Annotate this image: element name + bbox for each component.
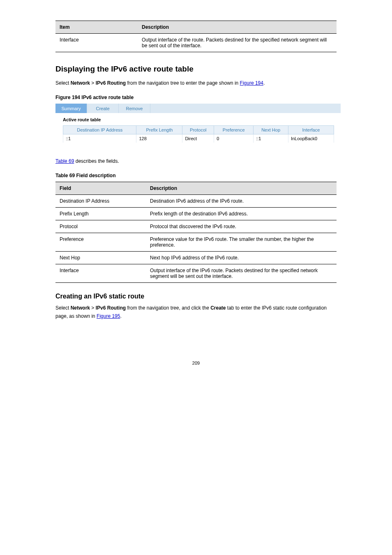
field-description-table: Field Description Destination IP Address…: [55, 182, 337, 283]
rh-protocol: Protocol: [182, 126, 214, 134]
table-row: Next HopNext hop IPv6 address of the IPv…: [55, 252, 337, 264]
rh-next-hop: Next Hop: [254, 126, 288, 134]
table-row: Prefix LengthPrefix length of the destin…: [55, 208, 337, 220]
td-desc: Output interface of the route. Packets d…: [138, 34, 337, 52]
h2-create-ipv6-static-route: Creating an IPv6 static route: [55, 293, 337, 300]
rh-interface: Interface: [288, 126, 334, 134]
active-route-table-heading: Active route table: [55, 113, 341, 125]
tab-summary[interactable]: Summary: [55, 104, 87, 113]
table-row: ::1 128 Direct 0 ::1 InLoopBack0: [63, 134, 334, 143]
para-nav-instruction-1: Select Network > IPv6 Routing from the n…: [55, 79, 337, 87]
page-number: 209: [0, 361, 392, 365]
td-item: Interface: [55, 34, 138, 52]
rh-dest-ip: Destination IP Address: [63, 126, 136, 134]
active-route-table: Destination IP Address Prefix Length Pro…: [63, 125, 334, 143]
table-row: PreferencePreference value for the IPv6 …: [55, 233, 337, 252]
rh-prefix-len: Prefix Length: [136, 126, 182, 134]
th-description2: Description: [146, 182, 337, 195]
th-field: Field: [55, 182, 146, 195]
link-table-69[interactable]: Table 69: [55, 158, 74, 164]
tab-create[interactable]: Create: [87, 104, 119, 113]
table-row: ProtocolProtocol that discovered the IPv…: [55, 220, 337, 233]
rh-preference: Preference: [214, 126, 254, 134]
th-item: Item: [55, 21, 138, 34]
link-figure-194[interactable]: Figure 194: [240, 80, 263, 86]
table-row: InterfaceOutput interface of the IPv6 ro…: [55, 264, 337, 283]
tab-remove[interactable]: Remove: [119, 104, 150, 113]
figure-194-caption: Figure 194 IPv6 active route table: [55, 95, 337, 100]
table-69-caption: Table 69 Field description: [55, 173, 337, 178]
h1-ipv6-active-route-table: Displaying the IPv6 active route table: [55, 65, 337, 74]
item-description-table: Item Description Interface Output interf…: [55, 21, 337, 52]
para-nav-instruction-2: Select Network > IPv6 Routing from the n…: [55, 304, 337, 320]
figure-194: Summary Create Remove Active route table…: [55, 104, 341, 143]
table-row: Destination IP AddressDestination IPv6 a…: [55, 195, 337, 208]
para-table69-intro: Table 69 describes the fields.: [55, 157, 337, 165]
link-figure-195[interactable]: Figure 195: [97, 313, 120, 319]
th-description: Description: [138, 21, 337, 34]
